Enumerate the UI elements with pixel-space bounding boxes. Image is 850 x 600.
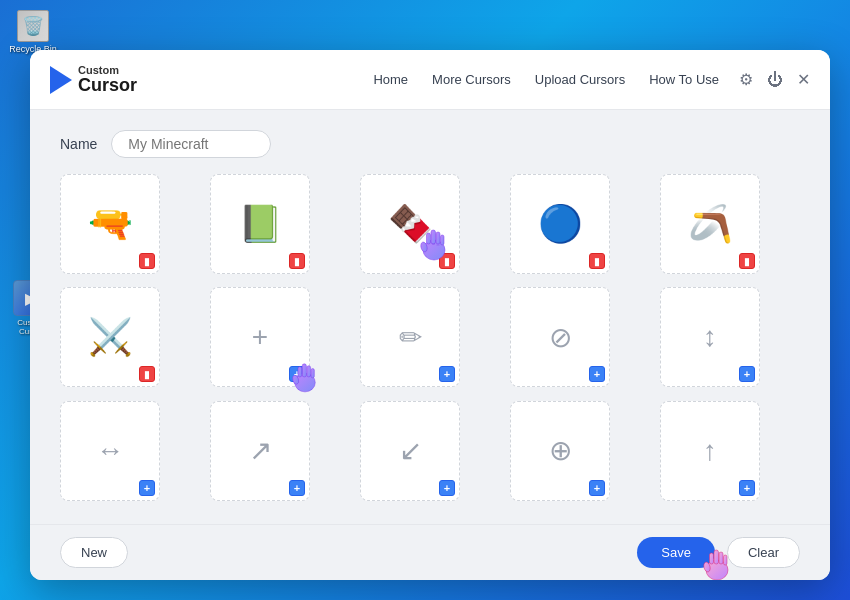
add-resize-h-button[interactable]: + xyxy=(139,480,155,496)
resize-h-icon: ↔ xyxy=(96,435,124,467)
cursor-grid: 🔫 ▮ 📗 ▮ 🍫 ▮ xyxy=(60,174,800,504)
recycle-bin-icon: 🗑️ xyxy=(17,10,49,42)
svg-rect-12 xyxy=(311,369,314,378)
add-plus-button[interactable]: + xyxy=(289,366,305,382)
footer: New Save xyxy=(30,524,830,580)
name-row: Name xyxy=(60,130,800,158)
close-icon[interactable]: ✕ xyxy=(797,70,810,89)
cursor-cell-resize-v[interactable]: ↕ + xyxy=(660,287,760,387)
logo: Custom Cursor xyxy=(50,65,137,94)
add-no-button[interactable]: + xyxy=(589,366,605,382)
gun-icon: 🔫 xyxy=(88,206,133,242)
svg-rect-18 xyxy=(724,555,728,565)
settings-icon[interactable]: ⚙ xyxy=(739,70,753,89)
svg-rect-10 xyxy=(307,366,311,377)
delete-compass-button[interactable]: ▮ xyxy=(589,253,605,269)
sword-icon: ⚔️ xyxy=(88,319,133,355)
cursor-cell-chocolate[interactable]: 🍫 ▮ xyxy=(360,174,460,274)
delete-book-button[interactable]: ▮ xyxy=(289,253,305,269)
chocolate-icon: 🍫 xyxy=(388,206,433,242)
new-button[interactable]: New xyxy=(60,537,128,568)
svg-rect-2 xyxy=(436,232,440,244)
add-pencil-button[interactable]: + xyxy=(439,366,455,382)
delete-gun-button[interactable]: ▮ xyxy=(139,253,155,269)
diag1-icon: ↗ xyxy=(249,434,272,467)
delete-chocolate-button[interactable]: ▮ xyxy=(439,253,455,269)
svg-rect-4 xyxy=(441,235,445,245)
nav: Home More Cursors Upload Cursors How To … xyxy=(373,72,719,87)
add-up-button[interactable]: + xyxy=(739,480,755,496)
no-icon: ⊘ xyxy=(549,321,572,354)
add-move-button[interactable]: + xyxy=(589,480,605,496)
resize-v-icon: ↕ xyxy=(703,321,717,353)
nav-upload-cursors[interactable]: Upload Cursors xyxy=(535,72,625,87)
up-icon: ↑ xyxy=(703,435,717,467)
nav-home[interactable]: Home xyxy=(373,72,408,87)
plus-icon: + xyxy=(252,321,268,353)
move-icon: ⊕ xyxy=(549,434,572,467)
svg-rect-16 xyxy=(719,552,723,564)
cursor-cell-resize-h[interactable]: ↔ + xyxy=(60,401,160,501)
add-diag1-button[interactable]: + xyxy=(289,480,305,496)
clear-button[interactable]: Clear xyxy=(727,537,800,568)
nav-more-cursors[interactable]: More Cursors xyxy=(432,72,511,87)
add-resize-v-button[interactable]: + xyxy=(739,366,755,382)
app-window: Custom Cursor Home More Cursors Upload C… xyxy=(30,50,830,580)
cursor-cell-up[interactable]: ↑ + xyxy=(660,401,760,501)
compass-icon: 🔵 xyxy=(538,206,583,242)
cursor-cell-boomerang[interactable]: 🪃 ▮ xyxy=(660,174,760,274)
nav-how-to-use[interactable]: How To Use xyxy=(649,72,719,87)
cursor-cell-move[interactable]: ⊕ + xyxy=(510,401,610,501)
boomerang-icon: 🪃 xyxy=(688,206,733,242)
delete-sword-button[interactable]: ▮ xyxy=(139,366,155,382)
cursor-cell-no[interactable]: ⊘ + xyxy=(510,287,610,387)
header-icons: ⚙ ⏻ ✕ xyxy=(739,70,810,89)
pencil-icon: ✏ xyxy=(399,321,422,354)
cursor-cell-gun[interactable]: 🔫 ▮ xyxy=(60,174,160,274)
cursor-cell-plus[interactable]: + + xyxy=(210,287,310,387)
delete-boomerang-button[interactable]: ▮ xyxy=(739,253,755,269)
save-button[interactable]: Save xyxy=(637,537,715,568)
desktop-icon-recycle[interactable]: 🗑️ Recycle Bin xyxy=(8,10,58,54)
header: Custom Cursor Home More Cursors Upload C… xyxy=(30,50,830,110)
diag2-icon: ↙ xyxy=(399,434,422,467)
cursor-cell-diag2[interactable]: ↙ + xyxy=(360,401,460,501)
add-diag2-button[interactable]: + xyxy=(439,480,455,496)
logo-text: Custom Cursor xyxy=(78,65,137,94)
footer-right: Save Clear xyxy=(637,537,800,568)
cursor-cell-diag1[interactable]: ↗ + xyxy=(210,401,310,501)
book-icon: 📗 xyxy=(238,206,283,242)
cursor-cell-book[interactable]: 📗 ▮ xyxy=(210,174,310,274)
name-input[interactable] xyxy=(111,130,271,158)
logo-triangle-icon xyxy=(50,66,72,94)
cursor-cell-compass[interactable]: 🔵 ▮ xyxy=(510,174,610,274)
content: Name 🔫 ▮ 📗 ▮ 🍫 ▮ xyxy=(30,110,830,524)
power-icon[interactable]: ⏻ xyxy=(767,71,783,89)
name-label: Name xyxy=(60,136,97,152)
cursor-cell-pencil[interactable]: ✏ + xyxy=(360,287,460,387)
cursor-cell-sword[interactable]: ⚔️ ▮ xyxy=(60,287,160,387)
logo-cursor-text: Cursor xyxy=(78,76,137,94)
